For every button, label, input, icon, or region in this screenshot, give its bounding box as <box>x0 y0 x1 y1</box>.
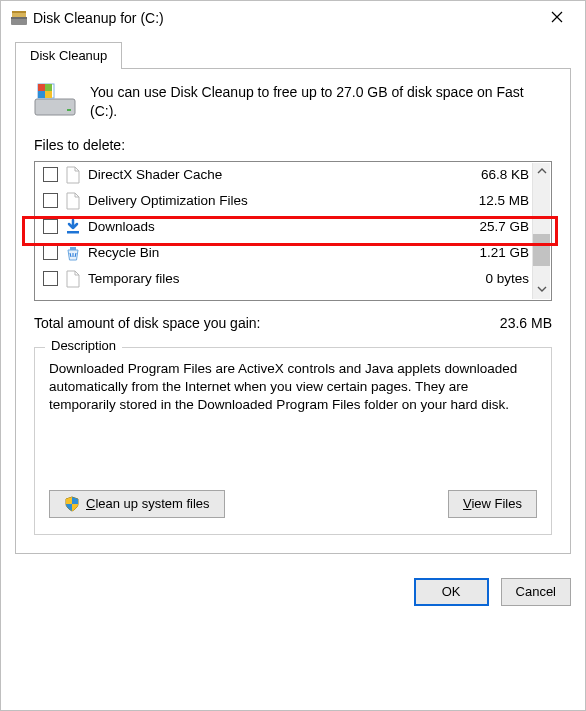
svg-rect-11 <box>67 231 79 234</box>
file-icon <box>64 192 82 210</box>
view-files-label: View Files <box>463 496 522 511</box>
file-size: 66.8 KB <box>481 167 529 182</box>
disk-cleanup-icon <box>9 8 29 28</box>
intro-text: You can use Disk Cleanup to free up to 2… <box>90 83 552 121</box>
recycle-bin-icon <box>64 244 82 262</box>
file-row[interactable]: Recycle Bin1.21 GB <box>35 240 551 266</box>
tab-disk-cleanup[interactable]: Disk Cleanup <box>15 42 122 69</box>
svg-rect-1 <box>11 17 27 19</box>
svg-rect-5 <box>67 109 71 111</box>
file-name: Recycle Bin <box>88 245 469 260</box>
description-body: Downloaded Program Files are ActiveX con… <box>49 360 537 460</box>
disk-drive-icon <box>34 83 76 117</box>
dialog-button-row: OK Cancel <box>1 564 585 620</box>
download-icon <box>64 218 82 236</box>
file-icon <box>64 270 82 288</box>
files-to-delete-label: Files to delete: <box>34 137 552 153</box>
chevron-up-icon <box>537 164 547 179</box>
window-close-button[interactable] <box>537 3 577 33</box>
file-size: 1.21 GB <box>479 245 529 260</box>
file-list-wrap: DirectX Shader Cache66.8 KBDelivery Opti… <box>34 161 552 301</box>
svg-rect-3 <box>12 11 26 13</box>
scroll-down-button[interactable] <box>533 281 550 299</box>
file-name: Downloads <box>88 219 469 234</box>
file-row[interactable]: Temporary files0 bytes <box>35 266 551 292</box>
tab-label: Disk Cleanup <box>30 48 107 63</box>
shield-icon <box>64 496 80 512</box>
file-size: 25.7 GB <box>479 219 529 234</box>
tab-pane: You can use Disk Cleanup to free up to 2… <box>15 68 571 554</box>
file-checkbox[interactable] <box>43 167 58 182</box>
scroll-thumb[interactable] <box>533 234 550 266</box>
ok-label: OK <box>442 584 461 599</box>
view-files-button[interactable]: View Files <box>448 490 537 518</box>
total-line: Total amount of disk space you gain: 23.… <box>34 315 552 331</box>
file-size: 12.5 MB <box>479 193 529 208</box>
ok-button[interactable]: OK <box>414 578 489 606</box>
total-value: 23.6 MB <box>500 315 552 331</box>
clean-system-files-label: Clean up system files <box>86 496 210 511</box>
file-checkbox[interactable] <box>43 193 58 208</box>
svg-rect-8 <box>45 84 52 91</box>
disk-cleanup-window: Disk Cleanup for (C:) Disk Cleanup <box>0 0 586 711</box>
svg-rect-4 <box>35 99 75 115</box>
chevron-down-icon <box>537 282 547 297</box>
file-checkbox[interactable] <box>43 245 58 260</box>
file-row[interactable]: Delivery Optimization Files12.5 MB <box>35 188 551 214</box>
clean-system-files-button[interactable]: Clean up system files <box>49 490 225 518</box>
svg-rect-10 <box>45 91 52 98</box>
tab-strip: Disk Cleanup <box>15 41 575 68</box>
svg-rect-9 <box>38 91 45 98</box>
close-icon <box>551 11 563 26</box>
file-name: Temporary files <box>88 271 475 286</box>
svg-rect-12 <box>70 247 76 250</box>
intro-row: You can use Disk Cleanup to free up to 2… <box>34 83 552 121</box>
description-heading: Description <box>45 338 122 353</box>
file-checkbox[interactable] <box>43 219 58 234</box>
total-label: Total amount of disk space you gain: <box>34 315 260 331</box>
description-group: Description Downloaded Program Files are… <box>34 347 552 535</box>
file-name: DirectX Shader Cache <box>88 167 471 182</box>
file-icon <box>64 166 82 184</box>
svg-rect-7 <box>38 84 45 91</box>
file-list[interactable]: DirectX Shader Cache66.8 KBDelivery Opti… <box>34 161 552 301</box>
scrollbar[interactable] <box>532 163 550 299</box>
titlebar: Disk Cleanup for (C:) <box>1 1 585 35</box>
file-row[interactable]: DirectX Shader Cache66.8 KB <box>35 162 551 188</box>
file-name: Delivery Optimization Files <box>88 193 469 208</box>
file-checkbox[interactable] <box>43 271 58 286</box>
file-size: 0 bytes <box>485 271 529 286</box>
scroll-up-button[interactable] <box>533 163 550 181</box>
window-title: Disk Cleanup for (C:) <box>29 10 537 26</box>
cancel-button[interactable]: Cancel <box>501 578 571 606</box>
cancel-label: Cancel <box>516 584 556 599</box>
file-row[interactable]: Downloads25.7 GB <box>35 214 551 240</box>
